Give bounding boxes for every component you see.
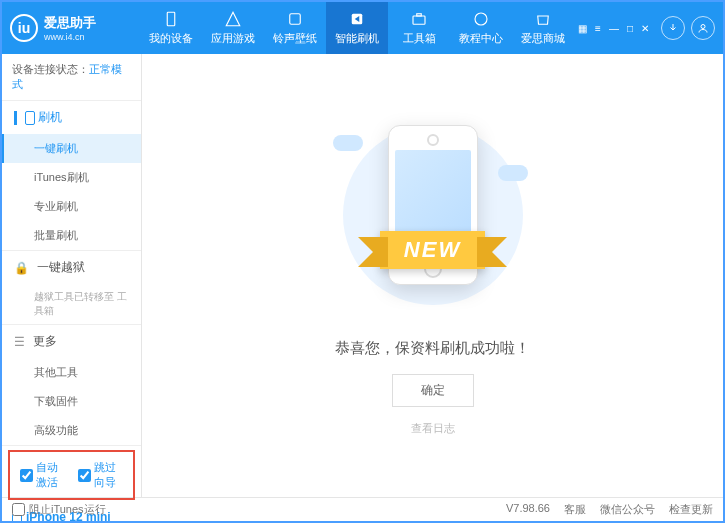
nav-smart-flash[interactable]: 智能刷机 xyxy=(326,2,388,54)
update-link[interactable]: 检查更新 xyxy=(669,502,713,517)
nav: 我的设备 应用游戏 铃声壁纸 智能刷机 工具箱 教程中心 爱思商城 xyxy=(140,2,578,54)
service-link[interactable]: 客服 xyxy=(564,502,586,517)
nav-tutorials[interactable]: 教程中心 xyxy=(450,2,512,54)
svg-rect-0 xyxy=(167,12,175,26)
success-message: 恭喜您，保资料刷机成功啦！ xyxy=(335,339,530,358)
app-url: www.i4.cn xyxy=(44,32,96,42)
illustration: NEW xyxy=(333,115,533,315)
skip-guide-checkbox[interactable]: 跳过向导 xyxy=(78,460,124,490)
main-content: NEW 恭喜您，保资料刷机成功啦！ 确定 查看日志 xyxy=(142,54,723,497)
nav-ringtones[interactable]: 铃声壁纸 xyxy=(264,2,326,54)
new-ribbon: NEW xyxy=(380,231,485,269)
app-window: iu 爱思助手 www.i4.cn 我的设备 应用游戏 铃声壁纸 智能刷机 工具… xyxy=(0,0,725,523)
svg-rect-1 xyxy=(290,14,301,25)
nav-apps[interactable]: 应用游戏 xyxy=(202,2,264,54)
sidebar-item-oneclick[interactable]: 一键刷机 xyxy=(2,134,141,163)
view-log-link[interactable]: 查看日志 xyxy=(411,421,455,436)
close-icon[interactable]: ✕ xyxy=(641,23,649,34)
logo-icon: iu xyxy=(10,14,38,42)
app-title: 爱思助手 xyxy=(44,14,96,32)
minimize-icon[interactable]: ― xyxy=(609,23,619,34)
window-controls: ▦ ≡ ― □ ✕ xyxy=(578,23,649,34)
svg-point-5 xyxy=(475,13,487,25)
download-icon[interactable] xyxy=(661,16,685,40)
settings-icon[interactable]: ≡ xyxy=(595,23,601,34)
sidebar-jailbreak-head[interactable]: 🔒一键越狱 xyxy=(2,251,141,284)
ok-button[interactable]: 确定 xyxy=(392,374,474,407)
svg-rect-4 xyxy=(417,14,422,16)
phone-icon xyxy=(25,111,35,125)
menu-icon: ☰ xyxy=(14,335,25,349)
auto-activate-checkbox[interactable]: 自动激活 xyxy=(20,460,66,490)
wechat-link[interactable]: 微信公众号 xyxy=(600,502,655,517)
nav-toolbox[interactable]: 工具箱 xyxy=(388,2,450,54)
menu-icon[interactable]: ▦ xyxy=(578,23,587,34)
sidebar-item-other[interactable]: 其他工具 xyxy=(2,358,141,387)
sidebar-more-head[interactable]: ☰更多 xyxy=(2,325,141,358)
connection-status: 设备连接状态：正常模式 xyxy=(2,54,141,101)
maximize-icon[interactable]: □ xyxy=(627,23,633,34)
nav-store[interactable]: 爱思商城 xyxy=(512,2,574,54)
svg-rect-3 xyxy=(413,16,425,24)
sidebar-flash-head[interactable]: 刷机 xyxy=(2,101,141,134)
svg-point-6 xyxy=(701,25,705,29)
sidebar-item-batch[interactable]: 批量刷机 xyxy=(2,221,141,250)
header: iu 爱思助手 www.i4.cn 我的设备 应用游戏 铃声壁纸 智能刷机 工具… xyxy=(2,2,723,54)
sidebar-item-download[interactable]: 下载固件 xyxy=(2,387,141,416)
sidebar-item-pro[interactable]: 专业刷机 xyxy=(2,192,141,221)
sidebar-item-itunes[interactable]: iTunes刷机 xyxy=(2,163,141,192)
version-label: V7.98.66 xyxy=(506,502,550,517)
header-right: ▦ ≡ ― □ ✕ xyxy=(578,16,715,40)
block-itunes-checkbox[interactable]: 阻止iTunes运行 xyxy=(12,502,106,517)
user-icon[interactable] xyxy=(691,16,715,40)
logo-area: iu 爱思助手 www.i4.cn xyxy=(10,14,140,42)
lock-icon: 🔒 xyxy=(14,261,29,275)
nav-my-device[interactable]: 我的设备 xyxy=(140,2,202,54)
sidebar: 设备连接状态：正常模式 刷机 一键刷机 iTunes刷机 专业刷机 批量刷机 🔒… xyxy=(2,54,142,497)
jailbreak-note: 越狱工具已转移至 工具箱 xyxy=(2,284,141,324)
options-box: 自动激活 跳过向导 xyxy=(8,450,135,500)
sidebar-item-advanced[interactable]: 高级功能 xyxy=(2,416,141,445)
